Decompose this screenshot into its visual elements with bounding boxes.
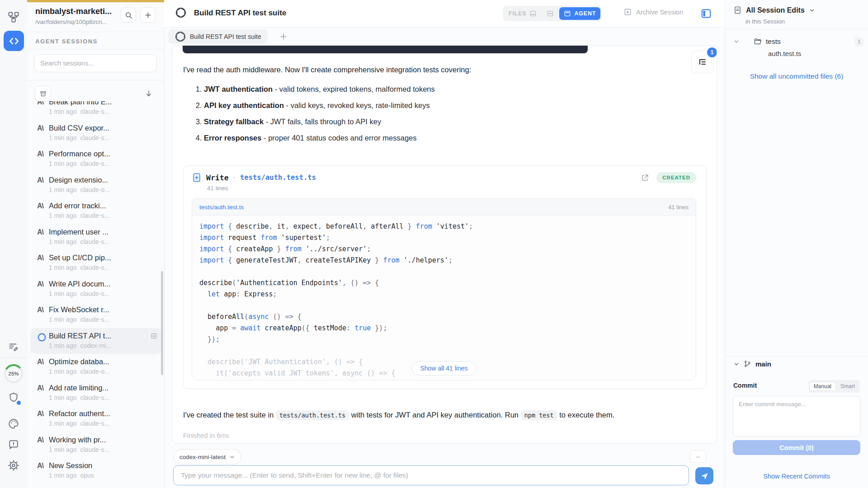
workspace-path: /var/folders/nq/100p8zcn... [35,19,121,25]
session-meta: 1 min agoclaude-o... [49,368,110,375]
session-item[interactable]: A\Working with pr...1 min agoclaude-s... [31,432,162,458]
shield-icon[interactable] [5,389,22,406]
commit-mode-manual[interactable]: Manual [810,382,835,390]
session-item[interactable]: A\Optimize databa...1 min agoclaude-o... [31,354,162,380]
code-line: import { describe, it, expect, beforeAll… [199,221,689,232]
sort-descending-button[interactable] [142,87,155,100]
commit-button[interactable]: Commit (0) [733,440,860,455]
search-button[interactable] [121,7,136,23]
document-icon [733,6,742,14]
session-item[interactable]: A\Build CSV expor...1 min agoclaude-s... [31,120,162,146]
session-item[interactable]: A\Refactor authent...1 min agoclaude-s..… [31,406,162,432]
code-line: app = await createApp({ testMode: true }… [199,323,689,334]
chevron-down-icon [229,454,235,460]
anthropic-logo-icon: A\ [37,228,49,236]
session-title: Performance opt... [49,150,110,158]
anthropic-logo-icon: A\ [37,410,49,418]
code-line: describe('Authentication Endpoints', () … [199,277,689,289]
send-button[interactable] [695,467,713,484]
session-time: 1 min ago [49,342,76,349]
branch-selector[interactable]: main [733,360,771,368]
view-toggle-group: FILES AGENT [503,6,602,21]
tab-build-rest-api[interactable]: Build REST API test suite [168,29,268,44]
anthropic-logo-icon: A\ [37,176,49,184]
test-coverage-list: JWT authentication - valid tokens, expir… [183,84,698,143]
plus-icon [144,11,152,19]
session-meta: 1 min agoclaude-s... [49,264,111,271]
edits-panel-title: All Session Edits [746,6,805,14]
new-session-button[interactable] [140,7,156,23]
code-line: import { createApp } from '../src/server… [199,244,689,255]
workspace-title: nimbalyst-marketi... [35,7,117,16]
settings-gear-icon[interactable] [5,457,22,474]
session-item[interactable]: A\Write API docum...1 min agoclaude-s... [31,276,162,302]
view-toggle-agent[interactable]: AGENT [559,7,600,20]
usage-progress-ring[interactable]: 25% [4,364,23,383]
view-toggle-split[interactable] [542,7,558,20]
session-time: 1 min ago [49,394,76,401]
sidebar-divider [27,80,164,80]
tree-file-auth-test[interactable]: auth.test.ts [768,50,801,57]
composer-bar: codex-mini-latest -- [172,445,717,488]
session-item[interactable]: A\Implement user ...1 min agoclaude-s... [31,224,162,250]
paper-plane-icon [700,472,709,480]
new-tab-button[interactable] [278,31,289,42]
code-line: beforeAll(async () => { [199,311,689,323]
session-item[interactable]: A\New Session1 min agoopus [31,458,162,484]
tree-folder-tests[interactable]: tests 1 [725,34,868,49]
view-toggle-files[interactable]: FILES [504,7,541,20]
plus-icon [279,33,288,41]
assistant-message: I've read the auth middleware. Now I'll … [183,66,698,74]
openai-logo-icon [37,332,49,342]
code-workspace-icon[interactable] [4,31,24,51]
session-item[interactable]: A\Set up CI/CD pip...1 min agoclaude-s..… [31,250,162,276]
archive-session-icon[interactable] [151,333,157,339]
session-item[interactable]: A\Break plan into E...1 min agoclaude-s.… [31,101,162,120]
code-line [199,266,689,277]
session-item[interactable]: A\Add error tracki...1 min agoclaude-s..… [31,198,162,224]
model-selector[interactable]: codex-mini-latest [174,449,241,465]
session-meta: 1 min agoclaude-s... [49,134,109,141]
open-external-button[interactable] [641,174,649,182]
session-item[interactable]: A\Design extensio...1 min agoclaude-o... [31,172,162,198]
search-sessions-input[interactable] [34,54,157,72]
commit-message-input[interactable] [733,396,860,436]
assistant-message: I've created the test suite in tests/aut… [183,409,698,421]
show-all-lines-button[interactable]: Show all 41 lines [411,361,476,375]
workspaces-icon[interactable] [5,9,22,25]
show-recent-commits-link[interactable]: Show Recent Commits [725,473,868,480]
archive-session-button[interactable]: Archive Session [623,8,683,16]
compose-notes-icon[interactable] [5,339,22,355]
session-item[interactable]: A\Add rate limiting...1 min agoclaude-s.… [31,380,162,406]
show-uncommitted-link[interactable]: Show all uncommitted files (6) [725,72,868,80]
agent-sessions-heading: AGENT SESSIONS [35,38,98,45]
session-time: 1 min ago [49,108,76,115]
session-item[interactable]: A\Performance opt...1 min agoclaude-s... [31,146,162,172]
toggle-right-panel-button[interactable] [699,7,713,20]
session-item[interactable]: A\Fix WebSocket r...1 min agoclaude-s... [31,302,162,328]
agent-toggle-label: AGENT [574,10,596,17]
git-branch-icon [744,360,751,368]
session-item[interactable]: Build REST API t...1 min agocodex-mi... [31,328,162,354]
written-file-link[interactable]: tests/auth.test.ts [240,174,316,182]
theme-palette-icon[interactable] [5,416,22,432]
code-panel-header: tests/auth.test.ts 41 lines [192,199,696,216]
anthropic-logo-icon: A\ [37,306,49,314]
session-time: 1 min ago [49,238,76,245]
archive-session-label: Archive Session [636,9,683,16]
sidebar-scrollbar[interactable] [161,271,163,375]
session-meta: 1 min agoclaude-s... [49,290,110,297]
session-meta: 1 min agoclaude-s... [49,394,109,401]
session-title: Build CSV expor... [49,124,109,132]
archive-filter-button[interactable] [35,86,51,101]
message-input[interactable] [173,465,689,485]
edits-scope-dropdown[interactable]: All Session Edits [733,6,815,14]
feedback-icon[interactable] [5,436,22,453]
tool-action-label: Write [206,174,229,182]
commit-mode-smart[interactable]: Smart [836,382,859,390]
code-line: import request from 'supertest'; [199,232,689,244]
session-time: 1 min ago [49,446,76,453]
session-model: claude-s... [80,446,109,453]
code-content: import { describe, it, expect, beforeAll… [192,216,696,380]
composer-overflow-button[interactable]: -- [690,450,706,463]
